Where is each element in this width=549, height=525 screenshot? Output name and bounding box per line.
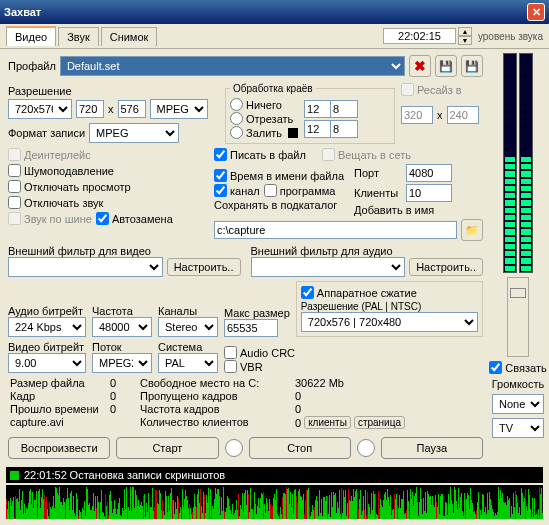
edge-v1[interactable]	[304, 100, 332, 118]
resize-h	[447, 106, 479, 124]
log-bar: 22:01:52 Остановка записи скриншотов	[6, 467, 543, 483]
stats-grid: Размер файла0 Свободное место на C:30622…	[4, 377, 487, 429]
stream-label: Поток	[92, 341, 152, 353]
res-codec[interactable]: MPEG2	[150, 99, 208, 119]
vol-dev1[interactable]: None	[492, 394, 544, 414]
noise-check[interactable]	[8, 164, 21, 177]
afilter-select[interactable]	[251, 257, 406, 277]
addname-label: Добавить в имя	[354, 204, 452, 216]
hw-check[interactable]	[301, 286, 314, 299]
edges-group: Обработка краёв Ничего Отрезать Залить	[225, 83, 395, 144]
afilter-config[interactable]: Настроить..	[409, 258, 483, 276]
format-label: Формат записи	[8, 127, 85, 139]
max-input[interactable]	[224, 319, 278, 337]
timecode: 22:02:15	[383, 28, 456, 44]
pause-button[interactable]: Пауза	[381, 437, 483, 459]
tab-snapshot[interactable]: Снимок	[101, 27, 158, 46]
afilter-label: Внешний фильтр для аудио	[251, 245, 484, 257]
clients-input[interactable]	[406, 184, 452, 202]
resolution-label: Разрешение	[8, 85, 215, 97]
vol-label: Громкость	[492, 378, 544, 390]
res-w[interactable]	[76, 100, 104, 118]
profile-label: Профайл	[8, 60, 56, 72]
page-btn[interactable]: страница	[354, 416, 405, 429]
waveform	[6, 485, 543, 519]
edge-fill[interactable]	[230, 126, 243, 139]
net-check	[322, 148, 335, 161]
vbr-check[interactable]	[224, 360, 237, 373]
close-button[interactable]: ✕	[527, 3, 545, 21]
edge-v2[interactable]	[330, 100, 358, 118]
link-check[interactable]	[489, 361, 502, 374]
clock-icon-1	[225, 439, 243, 457]
vbr-label: Видео битрейт	[8, 341, 86, 353]
vol-dev2[interactable]: TV	[492, 418, 544, 438]
path-input[interactable]	[214, 221, 457, 239]
deint-check	[8, 148, 21, 161]
sys-label: Система	[158, 341, 218, 353]
clients-btn[interactable]: клиенты	[304, 416, 351, 429]
level-label: уровень звука	[478, 31, 543, 42]
window-title: Захват	[4, 6, 41, 18]
freq-select[interactable]: 48000	[92, 317, 152, 337]
max-label: Макс размер	[224, 307, 290, 319]
autorepl-check[interactable]	[96, 212, 109, 225]
abr-label: Аудио битрейт	[8, 305, 86, 317]
titlebar: Захват ✕	[0, 0, 549, 24]
edge-v4[interactable]	[330, 120, 358, 138]
sys-select[interactable]: PAL	[158, 353, 218, 373]
status-dot-icon	[10, 471, 19, 480]
clients-label: Клиенты	[354, 187, 402, 199]
browse-folder-button[interactable]: 📁	[461, 219, 483, 241]
save-as-button[interactable]: 💾	[461, 55, 483, 77]
delete-profile-button[interactable]: ✖	[409, 55, 431, 77]
bus-check	[8, 212, 21, 225]
vfilter-config[interactable]: Настроить..	[167, 258, 241, 276]
hwres-select[interactable]: 720x576 | 720x480	[301, 312, 478, 332]
stop-button[interactable]: Стоп	[249, 437, 351, 459]
level-slider[interactable]	[507, 277, 529, 357]
noview-check[interactable]	[8, 180, 21, 193]
tab-audio[interactable]: Звук	[58, 27, 99, 46]
edge-none[interactable]	[230, 98, 243, 111]
profile-select[interactable]: Default.set	[60, 56, 405, 76]
ch-label: Каналы	[158, 305, 218, 317]
port-label: Порт	[354, 167, 402, 179]
tab-bar: Видео Звук Снимок 22:02:15 ▲▼ уровень зв…	[0, 24, 549, 49]
edge-cut[interactable]	[230, 112, 243, 125]
resize-check	[401, 83, 414, 96]
res-h[interactable]	[118, 100, 146, 118]
hwres-label: Разрешение (PAL | NTSC)	[301, 301, 478, 312]
vfilter-label: Внешний фильтр для видео	[8, 245, 241, 257]
nosound-check[interactable]	[8, 196, 21, 209]
vbr-select[interactable]: 9.00	[8, 353, 86, 373]
channel-check[interactable]	[214, 184, 227, 197]
program-check[interactable]	[264, 184, 277, 197]
clock-icon-2	[357, 439, 375, 457]
filename: capture.avi	[10, 416, 110, 429]
edge-v3[interactable]	[304, 120, 332, 138]
format-select[interactable]: MPEG	[89, 123, 179, 143]
hw-group: Аппаратное сжатие Разрешение (PAL | NTSC…	[296, 281, 483, 337]
ch-select[interactable]: Stereo	[158, 317, 218, 337]
level-meters	[503, 53, 533, 273]
freq-label: Частота	[92, 305, 152, 317]
abr-select[interactable]: 224 Kbps	[8, 317, 86, 337]
time-spinner[interactable]: ▲▼	[458, 27, 472, 45]
stream-select[interactable]: MPEG2	[92, 353, 152, 373]
write-file-check[interactable]	[214, 148, 227, 161]
start-button[interactable]: Старт	[116, 437, 218, 459]
res-preset[interactable]: 720x576	[8, 99, 72, 119]
save-profile-button[interactable]: 💾	[435, 55, 457, 77]
vfilter-select[interactable]	[8, 257, 163, 277]
tab-video[interactable]: Видео	[6, 26, 56, 46]
edges-title: Обработка краёв	[230, 83, 316, 94]
save-sub-label: Сохранять в подкаталог	[214, 199, 344, 211]
resize-w	[401, 106, 433, 124]
crc-check[interactable]	[224, 346, 237, 359]
play-button[interactable]: Воспроизвести	[8, 437, 110, 459]
port-input[interactable]	[406, 164, 452, 182]
time-in-name-check[interactable]	[214, 169, 227, 182]
